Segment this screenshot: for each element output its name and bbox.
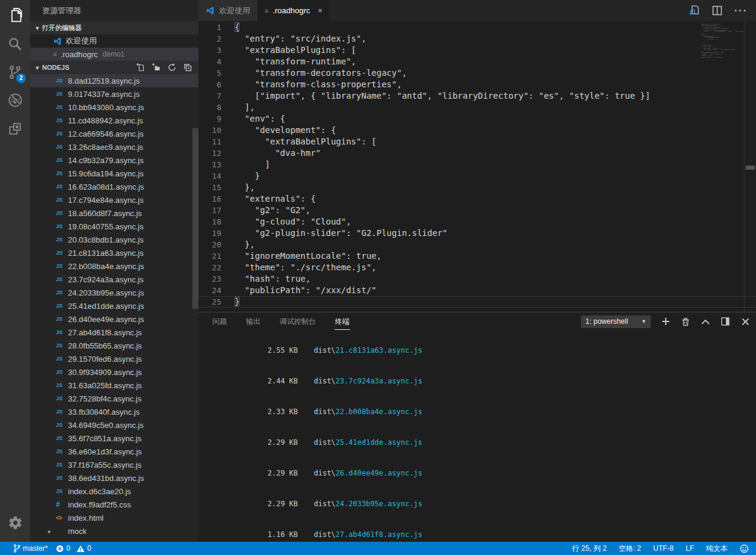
status-item[interactable]: UTF-8	[653, 544, 674, 554]
explorer-icon[interactable]	[0, 1, 30, 29]
code-line[interactable]: 11 "extraBabelPlugins": [	[198, 136, 756, 147]
search-icon[interactable]	[0, 29, 30, 58]
close-tab-icon[interactable]: ×	[318, 6, 323, 15]
code-line[interactable]: 8 ],	[198, 102, 756, 113]
folder-section-header[interactable]: ▾ NODEJS	[30, 61, 198, 74]
file-link[interactable]: 22.b008ba4e.async.js	[336, 408, 423, 416]
terminal-select[interactable]: 1: powershell ▼	[581, 315, 651, 328]
code-line[interactable]: 21 "ignoreMomentLocale": true,	[198, 250, 756, 262]
file-tree-item[interactable]: JS 27.ab4d61f8.async.js	[30, 326, 198, 339]
file-tree-item[interactable]: ▸ mock	[30, 524, 198, 538]
file-tree-item[interactable]: JS 12.ca669546.async.js	[30, 127, 198, 140]
code-line[interactable]: 1 {	[198, 22, 756, 33]
file-link[interactable]: 24.2033b95e.async.js	[336, 500, 423, 508]
panel-tab[interactable]: 问题	[212, 314, 227, 330]
file-link[interactable]: 25.41ed1dde.async.js	[336, 438, 423, 447]
file-link[interactable]: 23.7c924a3a.async.js	[336, 377, 423, 385]
code-line[interactable]: 25 }	[198, 296, 756, 308]
file-tree-item[interactable]: JS 28.0fb55b65.async.js	[30, 339, 198, 352]
file-tree-item[interactable]: JS 24.2033b95e.async.js	[30, 286, 198, 299]
code-line[interactable]: 16 "externals": {	[198, 193, 756, 205]
file-tree-item[interactable]: JS 32.7528bf4c.async.js	[30, 392, 198, 405]
git-branch-status[interactable]: master*	[13, 544, 48, 553]
file-tree-item[interactable]: JS 36.e60e1d3f.async.js	[30, 445, 198, 458]
file-tree-item[interactable]: JS 19.08c40755.async.js	[30, 220, 198, 233]
file-tree-item[interactable]: JS 23.7c924a3a.async.js	[30, 273, 198, 286]
code-line[interactable]: 14 }	[198, 170, 756, 182]
open-editor-item-welcome[interactable]: 欢迎使用	[30, 34, 198, 48]
status-item[interactable]: LF	[686, 544, 694, 554]
file-link[interactable]: 27.ab4d61f8.async.js	[336, 530, 423, 539]
file-tree-item[interactable]: JS index.d6c3ae20.js	[30, 485, 198, 498]
tab-welcome[interactable]: 欢迎使用	[198, 0, 257, 21]
file-tree-item[interactable]: JS 14.c9b32a79.async.js	[30, 153, 198, 167]
status-item[interactable]: 行 25, 列 2	[572, 544, 606, 554]
file-link[interactable]: 26.d40ee49e.async.js	[336, 469, 423, 477]
file-tree-item[interactable]: JS 21.c8131a63.async.js	[30, 246, 198, 259]
file-tree-item[interactable]: JS 33.fb30840f.async.js	[30, 405, 198, 418]
status-item[interactable]: 空格: 2	[619, 544, 641, 554]
terminal-output[interactable]: 2.55 KBdist\21.c8131a63.async.js 2.44 KB…	[198, 330, 756, 555]
code-line[interactable]: 9 "env": {	[198, 113, 756, 125]
file-tree-item[interactable]: JS 20.03c8bdb1.async.js	[30, 233, 198, 246]
code-line[interactable]: 22 "theme": "./src/theme.js",	[198, 262, 756, 273]
new-file-icon[interactable]	[136, 63, 146, 72]
code-line[interactable]: 4 "transform-runtime",	[198, 56, 756, 67]
close-panel-icon[interactable]	[740, 317, 750, 326]
code-line[interactable]: 24 "publicPath": "/xxx/dist/"	[198, 285, 756, 296]
file-tree-item[interactable]: JS 38.6ed431bd.async.js	[30, 471, 198, 485]
file-link[interactable]: 21.c8131a63.async.js	[336, 346, 423, 355]
minimap[interactable]: { "entry": "src/index.js", "extraBabelPl…	[699, 22, 744, 64]
file-tree-item[interactable]: # index.f9adf2f5.css	[30, 498, 198, 511]
tab-roadhogrc[interactable]: ≡ .roadhogrc ×	[257, 0, 330, 21]
code-line[interactable]: 7 ["import", { "libraryName": "antd", "l…	[198, 90, 756, 102]
more-actions-icon[interactable]: ···	[734, 5, 748, 16]
code-line[interactable]: 5 "transform-decorators-legacy",	[198, 67, 756, 79]
code-editor[interactable]: 1 { 2 "entry": "src/index.js", 3 "extraB…	[198, 21, 756, 312]
file-tree-item[interactable]: JS 10.bb943080.async.js	[30, 101, 198, 114]
debug-icon[interactable]	[0, 86, 30, 114]
file-tree-item[interactable]: JS 37.f167a55c.async.js	[30, 458, 198, 471]
file-tree-item[interactable]: JS 29.1570fed6.async.js	[30, 352, 198, 365]
extensions-icon[interactable]	[0, 114, 30, 143]
split-panel-icon[interactable]	[721, 317, 730, 326]
editor-scrollbar[interactable]	[744, 21, 756, 312]
code-line[interactable]: 2 "entry": "src/index.js",	[198, 33, 756, 45]
file-tree-item[interactable]: JS 15.9c6da194.async.js	[30, 167, 198, 180]
file-tree-item[interactable]: JS 16.623a08d1.async.js	[30, 180, 198, 193]
code-line[interactable]: 18 "g-cloud": "Cloud",	[198, 216, 756, 228]
settings-gear-icon[interactable]	[0, 509, 30, 537]
kill-terminal-icon[interactable]	[681, 317, 690, 326]
file-tree-item[interactable]: JS 35.6f7c851a.async.js	[30, 432, 198, 445]
refresh-icon[interactable]	[167, 63, 177, 72]
file-tree-item[interactable]: JS 9.0174337e.async.js	[30, 87, 198, 101]
code-line[interactable]: 19 "g2-plugin-slider": "G2.Plugin.slider…	[198, 228, 756, 239]
feedback-smiley-icon[interactable]	[740, 544, 749, 553]
maximize-panel-icon[interactable]	[701, 317, 710, 326]
source-control-icon[interactable]: 2	[0, 58, 30, 86]
file-tree-item[interactable]: JS 34.6949c5e0.async.js	[30, 418, 198, 432]
code-line[interactable]: 13 ]	[198, 159, 756, 170]
panel-tab[interactable]: 调试控制台	[279, 314, 316, 330]
open-editors-header[interactable]: ▾ 打开的编辑器	[30, 21, 198, 34]
open-editor-item-roadhogrc[interactable]: ≡ .roadhogrc demo1	[30, 48, 198, 61]
split-editor-icon[interactable]	[712, 5, 722, 16]
file-tree-item[interactable]: JS 17.c794e84e.async.js	[30, 193, 198, 206]
file-tree-item[interactable]: JS 8.dad12519.async.js	[30, 74, 198, 87]
file-tree-item[interactable]: JS 22.b008ba4e.async.js	[30, 259, 198, 273]
file-tree-item[interactable]: JS 30.9f934909.async.js	[30, 365, 198, 379]
code-line[interactable]: 10 "development": {	[198, 125, 756, 136]
status-item[interactable]: 纯文本	[706, 544, 728, 554]
panel-tab[interactable]: 输出	[245, 314, 261, 330]
open-preview-icon[interactable]	[689, 5, 700, 16]
problems-status[interactable]: 0 0	[56, 544, 91, 553]
collapse-all-icon[interactable]	[183, 63, 192, 72]
code-line[interactable]: 15 },	[198, 182, 756, 193]
panel-tab[interactable]: 终端	[334, 314, 350, 330]
file-tree-item[interactable]: JS 13.26c8aec9.async.js	[30, 140, 198, 153]
code-line[interactable]: 23 "hash": true,	[198, 273, 756, 285]
file-tree-item[interactable]: <> index.html	[30, 511, 198, 524]
file-tree-item[interactable]: JS 25.41ed1dde.async.js	[30, 299, 198, 312]
code-line[interactable]: 6 "transform-class-properties",	[198, 79, 756, 90]
file-tree-item[interactable]: JS 26.d40ee49e.async.js	[30, 312, 198, 326]
